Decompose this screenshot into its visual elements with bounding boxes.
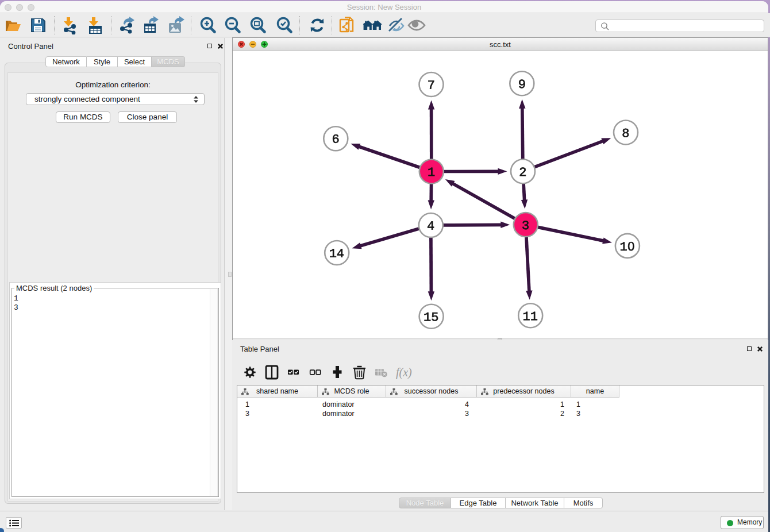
- svg-text:0: 0: [627, 240, 634, 253]
- svg-text:f(x): f(x): [396, 366, 412, 379]
- svg-text:14: 14: [329, 247, 344, 261]
- svg-text:1: 1: [619, 240, 627, 255]
- svg-text:4: 4: [427, 219, 434, 234]
- svg-text:9: 9: [518, 78, 526, 92]
- svg-text:2: 2: [519, 165, 526, 180]
- svg-text:11: 11: [523, 310, 538, 324]
- svg-text:8: 8: [622, 127, 629, 141]
- svg-text:15: 15: [424, 311, 438, 325]
- svg-text:7: 7: [428, 79, 435, 93]
- svg-text:3: 3: [522, 219, 529, 233]
- svg-text:1: 1: [428, 165, 435, 180]
- svg-text:6: 6: [332, 133, 340, 147]
